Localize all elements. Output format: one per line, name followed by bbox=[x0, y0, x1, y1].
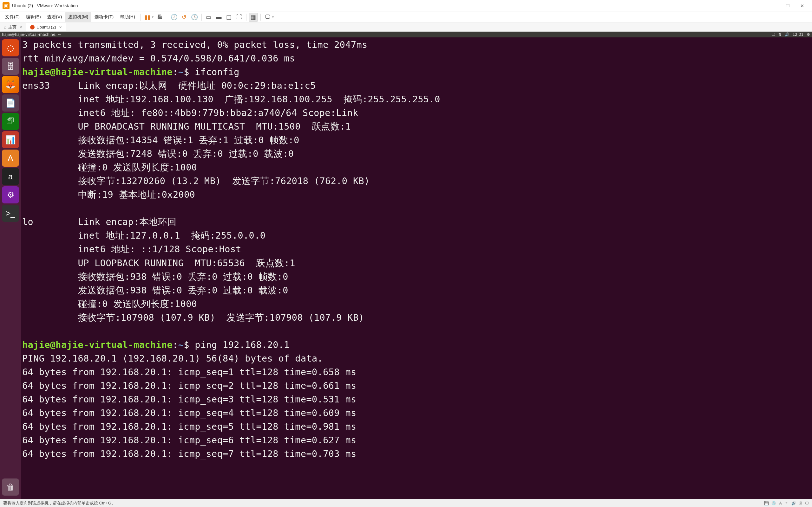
removable-devices-icon[interactable]: 🖵 bbox=[263, 13, 272, 21]
device-display-icon[interactable]: 🖵 bbox=[805, 501, 809, 505]
snapshot-take-icon[interactable]: 🕘 bbox=[170, 13, 179, 21]
menu-help[interactable]: 帮助(H) bbox=[117, 12, 138, 22]
close-icon[interactable]: × bbox=[20, 25, 22, 30]
calc-icon[interactable]: 🗊 bbox=[2, 113, 19, 130]
vmware-logo-icon: ▣ bbox=[3, 2, 9, 9]
window-title: Ubuntu (2) - VMware Workstation bbox=[12, 3, 78, 8]
ubuntu-icon bbox=[30, 25, 35, 30]
chevron-down-icon[interactable]: ▾ bbox=[152, 15, 154, 19]
firefox-icon[interactable]: 🦊 bbox=[2, 76, 19, 93]
maximize-button[interactable]: ☐ bbox=[780, 1, 795, 10]
ubuntu-window-title: hajie@hajie-virtual-machine: ~ bbox=[2, 32, 61, 37]
terminal-icon[interactable]: >_ bbox=[2, 205, 19, 222]
device-disk-icon[interactable]: 💾 bbox=[764, 501, 769, 505]
divider-icon bbox=[260, 14, 261, 20]
network-icon[interactable]: ⇅ bbox=[778, 32, 781, 37]
files-icon[interactable]: 🗄 bbox=[2, 58, 19, 75]
divider-icon bbox=[167, 14, 167, 20]
tab-ubuntu-label: Ubuntu (2) bbox=[37, 25, 56, 30]
window-titlebar: ▣ Ubuntu (2) - VMware Workstation — ☐ ✕ bbox=[0, 0, 812, 11]
home-icon: ⌂ bbox=[4, 25, 6, 30]
settings-icon[interactable]: ⚙ bbox=[2, 186, 19, 204]
dash-icon[interactable]: ◌ bbox=[2, 39, 19, 56]
impress-icon[interactable]: 📊 bbox=[2, 131, 19, 148]
menu-vm[interactable]: 虚拟机(M) bbox=[65, 12, 91, 22]
snapshot-manager-icon[interactable]: 🕒 bbox=[190, 13, 199, 21]
fullscreen-icon[interactable]: ⛶ bbox=[235, 13, 244, 21]
divider-icon bbox=[246, 14, 247, 20]
close-button[interactable]: ✕ bbox=[795, 1, 809, 10]
menubar: 文件(F) 编辑(E) 查看(V) 虚拟机(M) 选项卡(T) 帮助(H) ▮▮… bbox=[0, 11, 812, 23]
clock-label[interactable]: 12:31 bbox=[793, 32, 804, 37]
device-cd-icon[interactable]: 💿 bbox=[771, 501, 776, 505]
unity-launcher: ◌ 🗄 🦊 📄 🗊 📊 A a ⚙ >_ 🗑 bbox=[0, 38, 21, 499]
unity-icon[interactable]: ▬ bbox=[214, 13, 223, 21]
amazon-icon[interactable]: a bbox=[2, 168, 19, 185]
tab-home-label: 主页 bbox=[8, 24, 16, 30]
software-center-icon[interactable]: A bbox=[2, 150, 19, 167]
suspend-icon[interactable]: ▮▮ bbox=[143, 13, 152, 21]
tab-bar: ⌂ 主页 × Ubuntu (2) × bbox=[0, 23, 812, 32]
device-printer-icon[interactable]: 🖶 bbox=[799, 501, 803, 505]
tab-home[interactable]: ⌂ 主页 × bbox=[0, 23, 26, 32]
statusbar-message: 要将输入定向到该虚拟机，请在虚拟机内部单击或按 Ctrl+G。 bbox=[3, 500, 115, 506]
volume-icon[interactable]: 🔊 bbox=[785, 32, 790, 37]
display-icon[interactable]: 🖵 bbox=[771, 32, 775, 37]
minimize-button[interactable]: — bbox=[766, 1, 780, 10]
divider-icon bbox=[201, 14, 202, 20]
device-sound-icon[interactable]: 🔊 bbox=[792, 501, 796, 505]
snapshot-revert-icon[interactable]: ↺ bbox=[180, 13, 189, 21]
console-view-icon[interactable]: ◫ bbox=[224, 13, 234, 21]
thumbnail-bar-icon[interactable]: ▦ bbox=[249, 13, 258, 21]
chevron-down-icon[interactable]: ▾ bbox=[272, 15, 274, 19]
divider-icon bbox=[140, 14, 141, 20]
menu-tabs[interactable]: 选项卡(T) bbox=[91, 12, 117, 22]
tab-ubuntu[interactable]: Ubuntu (2) × bbox=[26, 23, 66, 32]
statusbar: 要将输入定向到该虚拟机，请在虚拟机内部单击或按 Ctrl+G。 💾 💿 🖧 ᯤ … bbox=[0, 499, 812, 507]
device-network-icon[interactable]: 🖧 bbox=[779, 501, 782, 505]
close-icon[interactable]: × bbox=[59, 25, 61, 30]
gear-icon[interactable]: ⚙ bbox=[807, 32, 810, 37]
printer-icon[interactable]: 🖶 bbox=[155, 13, 164, 21]
text-editor-icon[interactable]: 📄 bbox=[2, 95, 19, 112]
terminal-output[interactable]: 3 packets transmitted, 3 received, 0% pa… bbox=[21, 38, 812, 499]
menu-file[interactable]: 文件(F) bbox=[2, 12, 23, 22]
device-usb-icon[interactable]: ᯤ bbox=[785, 501, 789, 505]
ubuntu-topbar: hajie@hajie-virtual-machine: ~ 🖵 ⇅ 🔊 12:… bbox=[0, 32, 812, 38]
menu-edit[interactable]: 编辑(E) bbox=[23, 12, 44, 22]
trash-icon[interactable]: 🗑 bbox=[2, 478, 19, 496]
menu-view[interactable]: 查看(V) bbox=[44, 12, 65, 22]
vm-view[interactable]: hajie@hajie-virtual-machine: ~ 🖵 ⇅ 🔊 12:… bbox=[0, 32, 812, 499]
fit-guest-icon[interactable]: ▭ bbox=[204, 13, 213, 21]
